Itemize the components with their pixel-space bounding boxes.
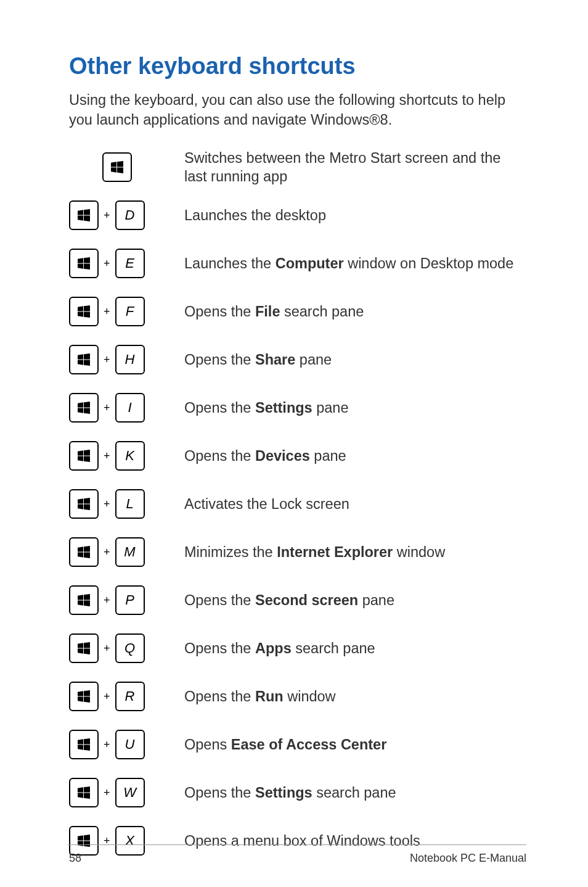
key-label: Q (125, 640, 135, 656)
shortcut-description: Opens the Run window (184, 687, 526, 706)
letter-key: W (115, 778, 145, 807)
shortcut-row: Switches between the Metro Start screen … (69, 143, 526, 191)
shortcut-row: +UOpens Ease of Access Center (69, 720, 526, 769)
letter-key: M (115, 537, 145, 567)
shortcut-row: +WOpens the Settings search pane (69, 769, 526, 817)
svg-marker-46 (78, 697, 83, 702)
shortcut-description: Minimizes the Internet Explorer window (184, 543, 526, 562)
key-combo: +I (69, 393, 165, 423)
windows-key-icon (69, 585, 99, 615)
shortcut-row: +DLaunches the desktop (69, 191, 526, 239)
letter-key: E (115, 249, 145, 278)
svg-marker-2 (111, 168, 116, 173)
letter-key: Q (115, 633, 145, 663)
letter-key: H (115, 345, 145, 374)
svg-marker-48 (78, 740, 83, 745)
plus-separator: + (102, 353, 112, 366)
key-combo: +U (69, 730, 165, 759)
shortcut-row: +QOpens the Apps search pane (69, 624, 526, 672)
svg-marker-4 (78, 210, 83, 215)
svg-marker-52 (78, 788, 83, 793)
svg-marker-24 (78, 451, 83, 456)
key-combo: +H (69, 345, 165, 374)
key-combo: +Q (69, 633, 165, 663)
svg-marker-38 (78, 601, 83, 606)
key-label: H (125, 352, 135, 368)
key-combo: +P (69, 585, 165, 615)
svg-marker-21 (84, 402, 90, 408)
letter-key: D (115, 200, 145, 230)
svg-marker-51 (84, 745, 90, 751)
windows-key-icon (69, 633, 99, 663)
svg-marker-9 (84, 257, 90, 263)
windows-key-icon (69, 249, 99, 278)
svg-marker-6 (78, 216, 83, 221)
key-combo: +W (69, 778, 165, 807)
windows-key-icon (69, 297, 99, 326)
svg-marker-37 (84, 594, 90, 600)
svg-marker-7 (84, 216, 90, 222)
shortcut-row: +IOpens the Settings pane (69, 384, 526, 432)
plus-separator: + (102, 546, 112, 559)
intro-text: Using the keyboard, you can also use the… (69, 91, 526, 130)
svg-marker-26 (78, 456, 83, 461)
shortcut-description: Opens the Settings search pane (184, 783, 526, 802)
plus-separator: + (102, 450, 112, 463)
shortcut-description: Launches the Computer window on Desktop … (184, 254, 526, 273)
svg-marker-49 (84, 738, 90, 745)
svg-marker-3 (117, 168, 123, 174)
shortcut-description: Switches between the Metro Start screen … (184, 149, 526, 186)
svg-marker-8 (78, 258, 83, 263)
svg-marker-23 (84, 408, 90, 415)
svg-marker-36 (78, 595, 83, 600)
letter-key: F (115, 297, 145, 326)
plus-separator: + (102, 498, 112, 511)
svg-marker-17 (84, 353, 90, 360)
windows-key-icon (69, 200, 99, 230)
key-label: P (125, 592, 134, 608)
svg-marker-29 (84, 498, 90, 504)
key-label: I (128, 400, 131, 416)
svg-marker-27 (84, 456, 90, 463)
key-combo: +F (69, 297, 165, 326)
shortcut-row: +ROpens the Run window (69, 672, 526, 720)
key-combo: +D (69, 200, 165, 230)
svg-marker-56 (78, 836, 83, 841)
svg-marker-42 (78, 649, 83, 654)
key-label: E (125, 255, 134, 271)
shortcut-description: Opens the Settings pane (184, 398, 526, 418)
svg-marker-43 (84, 649, 90, 655)
windows-key-icon (69, 393, 99, 423)
svg-marker-30 (78, 505, 83, 510)
key-combo: +E (69, 249, 165, 278)
plus-separator: + (102, 209, 112, 222)
svg-marker-57 (84, 835, 90, 841)
shortcut-row: +POpens the Second screen pane (69, 576, 526, 624)
windows-key-icon (69, 778, 99, 807)
shortcut-row: +FOpens the File search pane (69, 287, 526, 336)
key-label: L (126, 496, 133, 512)
windows-key-icon (102, 152, 132, 182)
plus-separator: + (102, 257, 112, 270)
shortcut-description: Opens the Second screen pane (184, 591, 526, 610)
windows-key-icon (69, 537, 99, 567)
key-label: W (123, 785, 136, 801)
svg-marker-18 (78, 360, 83, 365)
windows-key-icon (69, 682, 99, 711)
windows-key-icon (69, 345, 99, 374)
shortcut-description: Opens the Devices pane (184, 447, 526, 466)
plus-separator: + (102, 786, 112, 799)
manual-name: Notebook PC E-Manual (410, 852, 526, 865)
svg-marker-10 (78, 264, 83, 269)
letter-key: I (115, 393, 145, 423)
page-heading: Other keyboard shortcuts (69, 53, 526, 80)
key-label: D (125, 207, 135, 223)
svg-marker-39 (84, 601, 90, 607)
svg-marker-35 (84, 553, 90, 559)
letter-key: U (115, 730, 145, 759)
svg-marker-15 (84, 312, 90, 318)
shortcut-row: +KOpens the Devices pane (69, 432, 526, 480)
svg-marker-50 (78, 745, 83, 750)
letter-key: L (115, 489, 145, 519)
shortcut-description: Opens the File search pane (184, 302, 526, 321)
